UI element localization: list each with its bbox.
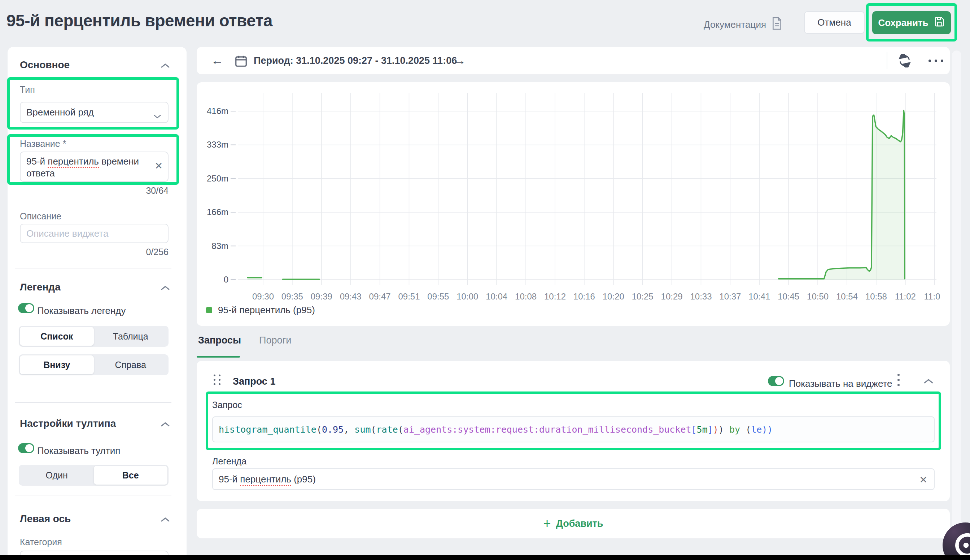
svg-text:250m: 250m — [207, 173, 228, 183]
tooltip-mode-segment: Один Все — [19, 465, 168, 486]
svg-text:09:47: 09:47 — [369, 292, 391, 301]
section-title-left-axis: Левая ось — [20, 513, 71, 525]
divider — [15, 268, 172, 268]
documentation-link[interactable]: Документация — [704, 17, 783, 33]
section-title-tooltip: Настройки тултипа — [20, 418, 116, 429]
query-title: Запрос 1 — [233, 376, 275, 387]
svg-text:83m: 83m — [212, 241, 228, 251]
svg-text:10:00: 10:00 — [457, 292, 478, 301]
category-label: Категория — [20, 537, 62, 547]
widget-editor-screen: 95-й перцентиль времени ответа Документа… — [0, 0, 970, 560]
collapse-query-icon[interactable] — [923, 378, 933, 386]
chevron-down-icon — [153, 110, 161, 122]
description-input-field[interactable] — [26, 228, 162, 239]
series-color-swatch — [206, 307, 212, 313]
svg-text:10:33: 10:33 — [690, 292, 712, 301]
save-floppy-icon — [933, 16, 945, 30]
svg-text:0: 0 — [224, 275, 228, 284]
add-query-label: Добавить — [556, 518, 603, 529]
legend-input[interactable]: 95-й перцентиль (p95) ✕ — [212, 468, 935, 490]
drag-handle-icon[interactable] — [213, 375, 220, 385]
calendar-icon[interactable] — [234, 54, 248, 69]
svg-text:10:25: 10:25 — [632, 292, 653, 301]
scrollbar-track[interactable] — [952, 50, 961, 553]
svg-text:10:08: 10:08 — [515, 292, 537, 301]
tab-thresholds[interactable]: Пороги — [259, 335, 291, 346]
period-forward-icon[interactable]: → — [453, 53, 466, 67]
name-input[interactable]: 95-й перцентиль времени ответа ✕ — [20, 152, 168, 182]
svg-text:09:43: 09:43 — [340, 292, 362, 301]
svg-text:416m: 416m — [207, 106, 228, 116]
plus-icon: + — [543, 517, 551, 530]
documentation-label: Документация — [704, 19, 766, 30]
settings-sidebar: Основное Тип Временной ряд Название * 95… — [8, 47, 187, 560]
divider — [15, 402, 172, 403]
svg-text:10:04: 10:04 — [486, 292, 507, 301]
legend-position-bottom[interactable]: Внизу — [20, 355, 94, 374]
legend-field-label: Легенда — [212, 456, 247, 467]
type-select-value: Временной ряд — [26, 107, 94, 118]
svg-text:10:20: 10:20 — [603, 292, 624, 301]
type-label: Тип — [20, 85, 35, 95]
refresh-icon[interactable] — [898, 54, 912, 69]
query-code: histogram_quantile(0.95, sum(rate(ai_age… — [219, 424, 773, 435]
svg-text:166m: 166m — [207, 207, 228, 217]
svg-text:11:06: 11:06 — [924, 292, 940, 301]
svg-text:09:51: 09:51 — [398, 292, 420, 301]
cancel-button[interactable]: Отмена — [804, 11, 865, 34]
show-tooltip-toggle[interactable] — [18, 443, 34, 453]
section-title-main: Основное — [20, 59, 70, 71]
svg-text:10:37: 10:37 — [719, 292, 741, 301]
show-legend-toggle[interactable] — [18, 303, 34, 313]
series-legend-label: 95-й перцентиль (p95) — [218, 305, 315, 316]
svg-text:333m: 333m — [207, 140, 228, 149]
svg-text:11:02: 11:02 — [895, 292, 916, 301]
legend-position-right[interactable]: Справа — [94, 355, 168, 374]
type-select[interactable]: Временной ряд — [20, 102, 168, 123]
show-on-widget-label: Показывать на виджете — [789, 378, 892, 389]
clear-name-icon[interactable]: ✕ — [155, 160, 163, 172]
tooltip-mode-all[interactable]: Все — [94, 466, 168, 485]
svg-text:10:29: 10:29 — [661, 292, 683, 301]
legend-mode-list[interactable]: Список — [20, 327, 94, 346]
query-field-label: Запрос — [212, 400, 242, 410]
divider — [887, 52, 887, 69]
add-query-button[interactable]: + Добавить — [197, 509, 950, 538]
legend-input-value: 95-й перцентиль (p95) — [219, 474, 316, 485]
period-range-text[interactable]: Период: 31.10.2025 09:27 - 31.10.2025 11… — [254, 55, 457, 67]
tooltip-mode-single[interactable]: Один — [20, 466, 94, 485]
document-icon — [771, 17, 783, 33]
period-back-icon[interactable]: ← — [211, 53, 223, 67]
svg-text:10:58: 10:58 — [865, 292, 887, 301]
name-counter: 30/64 — [20, 185, 168, 196]
collapse-tooltip-icon[interactable] — [161, 422, 170, 427]
chart-legend[interactable]: 95-й перцентиль (p95) — [206, 305, 315, 316]
screen-bottom-strip — [0, 555, 970, 560]
legend-mode-segment: Список Таблица — [19, 326, 168, 347]
name-label: Название * — [20, 138, 66, 149]
tab-queries[interactable]: Запросы — [198, 335, 241, 346]
chart-panel: 083m166m250m333m416m09:3009:3509:3909:43… — [197, 82, 950, 326]
save-button[interactable]: Сохранить — [872, 11, 951, 34]
timeseries-chart[interactable]: 083m166m250m333m416m09:3009:3509:3909:43… — [197, 82, 940, 302]
query-input[interactable]: histogram_quantile(0.95, sum(rate(ai_age… — [212, 417, 935, 442]
clear-legend-icon[interactable]: ✕ — [919, 474, 927, 486]
svg-text:09:30: 09:30 — [252, 292, 274, 301]
collapse-left-axis-icon[interactable] — [161, 517, 170, 522]
query-panel: Запрос 1 Показывать на виджете Запрос hi… — [197, 361, 950, 501]
show-on-widget-toggle[interactable] — [768, 376, 784, 386]
svg-text:10:50: 10:50 — [807, 292, 828, 301]
collapse-main-icon[interactable] — [161, 63, 170, 68]
svg-text:09:39: 09:39 — [311, 292, 332, 301]
description-counter: 0/256 — [20, 247, 168, 257]
query-menu-icon[interactable] — [897, 374, 900, 386]
svg-text:10:41: 10:41 — [748, 292, 770, 301]
collapse-legend-icon[interactable] — [161, 285, 170, 291]
show-legend-label: Показывать легенду — [37, 305, 126, 317]
page-title: 95-й перцентиль времени ответа — [7, 11, 272, 30]
section-title-legend: Легенда — [20, 282, 61, 293]
legend-mode-table[interactable]: Таблица — [94, 327, 168, 346]
more-menu-icon[interactable] — [928, 60, 943, 62]
description-label: Описание — [20, 211, 62, 222]
description-input[interactable] — [20, 224, 168, 243]
